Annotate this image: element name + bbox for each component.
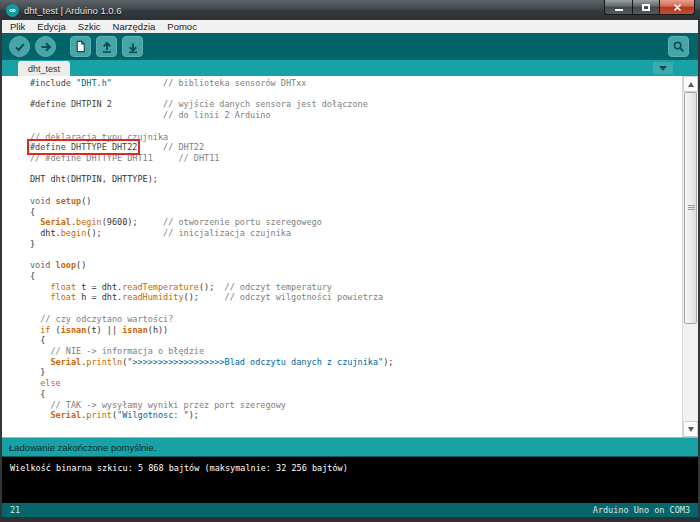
code-line[interactable]: // #define DHTTYPE DHT11 // DHT11 xyxy=(30,153,682,164)
code-line[interactable]: } xyxy=(30,367,682,378)
code-line[interactable]: Serial.println(">>>>>>>>>>>>>>>>>>Blad o… xyxy=(30,357,682,368)
menu-edycja[interactable]: Edycja xyxy=(31,21,72,32)
code-line[interactable]: { xyxy=(30,389,682,400)
footer-bar: 21 Arduino Uno on COM3 xyxy=(2,503,698,517)
maximize-icon xyxy=(642,4,650,11)
minimize-icon xyxy=(615,9,623,11)
menu-plik[interactable]: Plik xyxy=(4,21,31,32)
scroll-up-icon xyxy=(688,82,694,87)
code-line[interactable]: { xyxy=(30,335,682,346)
close-icon xyxy=(673,3,682,12)
board-port-label: Arduino Uno on COM3 xyxy=(593,505,690,515)
window-body: Plik Edycja Szkic Narzędzia Pomoc xyxy=(0,20,700,522)
chevron-down-icon xyxy=(659,66,667,71)
verify-button[interactable] xyxy=(9,36,30,57)
code-line[interactable]: void loop() xyxy=(30,260,682,271)
new-sketch-button[interactable] xyxy=(70,36,91,57)
upload-button[interactable] xyxy=(35,36,56,57)
code-line[interactable]: // deklaracja typu czujnika xyxy=(30,132,682,143)
line-number-indicator: 21 xyxy=(10,505,20,515)
code-line[interactable]: // do linii 2 Arduino xyxy=(30,110,682,121)
tab-dht_test[interactable]: dht_test xyxy=(18,61,70,76)
scroll-down-button[interactable] xyxy=(683,421,698,437)
close-button[interactable] xyxy=(660,0,695,15)
code-line[interactable]: #define DHTPIN 2 // wyjście danych senso… xyxy=(30,99,682,110)
arduino-app-icon: ∞ xyxy=(6,4,19,17)
code-line[interactable]: if (isnan(t) || isnan(h)) xyxy=(30,325,682,336)
code-line[interactable] xyxy=(30,303,682,314)
scroll-up-button[interactable] xyxy=(683,76,698,92)
status-message: Ładowanie zakończone pomyślnie. xyxy=(9,442,156,453)
down-arrow-icon xyxy=(126,40,140,54)
code-editor: #include "DHT.h" // biblioteka sensorów … xyxy=(2,76,698,437)
code-line[interactable]: { xyxy=(30,207,682,218)
scrollbar-grip xyxy=(688,205,695,206)
code-line[interactable]: // czy odczytano wartości? xyxy=(30,314,682,325)
arduino-ide-window: ∞ dht_test | Arduino 1.0.6 Plik Edycja S… xyxy=(0,0,700,522)
code-line[interactable]: dht.begin(); // inicjalizacja czujnika xyxy=(30,228,682,239)
code-line[interactable]: Serial.begin(9600); // otworzenie portu … xyxy=(30,217,682,228)
code-line[interactable]: void setup() xyxy=(30,196,682,207)
code-line[interactable]: else xyxy=(30,378,682,389)
window-title: dht_test | Arduino 1.0.6 xyxy=(24,5,122,16)
serial-monitor-button[interactable] xyxy=(668,36,689,57)
up-arrow-icon xyxy=(100,40,114,54)
save-button[interactable] xyxy=(122,36,143,57)
code-line[interactable]: #define DHTTYPE DHT22 // DHT22 xyxy=(30,142,682,153)
scroll-down-icon xyxy=(688,427,694,432)
code-lines[interactable]: #include "DHT.h" // biblioteka sensorów … xyxy=(2,76,682,437)
code-line[interactable] xyxy=(30,89,682,100)
new-document-icon xyxy=(74,40,87,53)
code-line[interactable]: Serial.print("Wilgotnosc: "); xyxy=(30,410,682,421)
tab-label: dht_test xyxy=(28,64,60,74)
open-button[interactable] xyxy=(96,36,117,57)
code-line[interactable]: } xyxy=(30,239,682,250)
menu-pomoc[interactable]: Pomoc xyxy=(161,21,203,32)
window-controls xyxy=(604,0,695,15)
console-text: Wielkość binarna szkicu: 5 868 bajtów (m… xyxy=(10,463,348,473)
vertical-scrollbar[interactable] xyxy=(682,76,698,437)
check-icon xyxy=(13,40,27,54)
magnifier-icon xyxy=(672,40,686,54)
code-line[interactable]: { xyxy=(30,271,682,282)
scrollbar-thumb[interactable] xyxy=(684,92,697,324)
code-line[interactable] xyxy=(30,121,682,132)
menubar: Plik Edycja Szkic Narzędzia Pomoc xyxy=(2,20,698,33)
status-bar: Ładowanie zakończone pomyślnie. xyxy=(2,437,698,457)
code-line[interactable]: // TAK -> wysyłamy wyniki przez port sze… xyxy=(30,400,682,411)
maximize-button[interactable] xyxy=(633,0,660,15)
titlebar[interactable]: ∞ dht_test | Arduino 1.0.6 xyxy=(0,0,700,20)
toolbar xyxy=(2,33,698,60)
code-line[interactable]: #include "DHT.h" // biblioteka sensorów … xyxy=(30,78,682,89)
code-line[interactable] xyxy=(30,164,682,175)
menu-szkic[interactable]: Szkic xyxy=(72,21,107,32)
code-line[interactable] xyxy=(30,250,682,261)
code-line[interactable]: DHT dht(DHTPIN, DHTTYPE); xyxy=(30,174,682,185)
tabbar: dht_test xyxy=(2,60,698,76)
code-line[interactable]: // NIE -> informacja o błędzie xyxy=(30,346,682,357)
right-arrow-icon xyxy=(39,40,53,54)
code-line[interactable] xyxy=(30,185,682,196)
menu-narzedzia[interactable]: Narzędzia xyxy=(107,21,162,32)
tab-menu-button[interactable] xyxy=(653,62,673,74)
minimize-button[interactable] xyxy=(604,0,633,15)
console-output[interactable]: Wielkość binarna szkicu: 5 868 bajtów (m… xyxy=(2,457,698,503)
code-line[interactable]: float h = dht.readHumidity(); // odczyt … xyxy=(30,292,682,303)
code-line[interactable]: float t = dht.readTemperature(); // odcz… xyxy=(30,282,682,293)
